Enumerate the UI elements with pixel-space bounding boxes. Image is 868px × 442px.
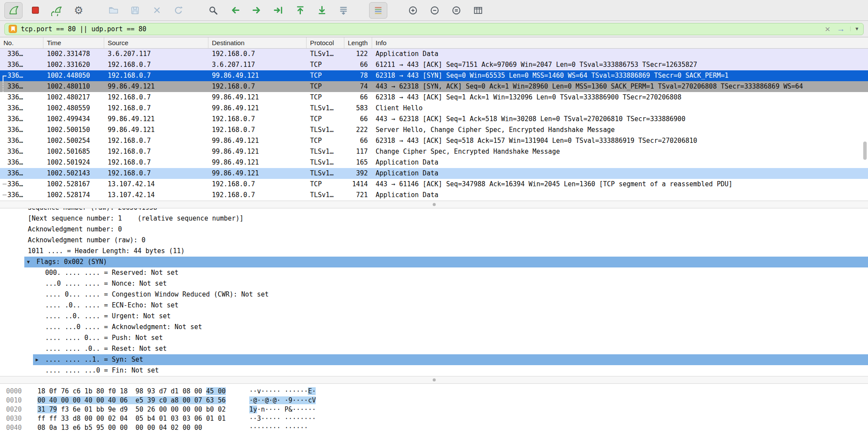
detail-line[interactable]: .... .... 0... = Push: Not set bbox=[0, 333, 868, 343]
hex-gap bbox=[22, 396, 37, 404]
go-to-last-button[interactable] bbox=[313, 2, 331, 19]
open-file-button[interactable] bbox=[104, 2, 122, 19]
packet-length-cell: 583 bbox=[344, 103, 372, 114]
packet-info-cell: 62318 → 443 [ACK] Seq=1 Ack=1 Win=132096… bbox=[372, 92, 868, 103]
packet-row[interactable]: 336…1002.49943499.86.49.121192.168.0.7TC… bbox=[0, 114, 868, 125]
filter-bookmark-icon[interactable] bbox=[9, 25, 17, 33]
column-header-length[interactable]: Length bbox=[344, 37, 372, 48]
filter-dropdown-icon[interactable]: ▼ bbox=[850, 26, 859, 31]
packet-length-cell: 66 bbox=[344, 135, 372, 146]
detail-line[interactable]: .... ...0 .... = Acknowledgment: Not set bbox=[0, 322, 868, 333]
detail-line[interactable]: ▼Flags: 0x002 (SYN) bbox=[0, 257, 868, 267]
packet-list-splitter[interactable] bbox=[0, 201, 868, 208]
hex-row[interactable]: 0010 00 40 00 00 40 00 40 06 e5 39 c0 a8… bbox=[0, 396, 868, 405]
hex-row[interactable]: 0030 ff ff 33 d8 00 00 02 04 05 b4 01 03… bbox=[0, 414, 868, 423]
zoom-original-button[interactable] bbox=[447, 2, 465, 19]
packet-row[interactable]: 336…1002.3314783.6.207.117192.168.0.7TLS… bbox=[0, 49, 868, 59]
packet-info-cell: 61211 → 443 [ACK] Seq=7151 Ack=97069 Win… bbox=[372, 59, 868, 70]
detail-line[interactable]: [Next sequence number: 1 (relative seque… bbox=[0, 213, 868, 224]
packet-row[interactable]: 336…1002.52816713.107.42.14192.168.0.7TC… bbox=[0, 179, 868, 190]
packet-no-cell: 336… bbox=[0, 179, 43, 190]
ascii-bytes: ··v····· ······ bbox=[249, 387, 308, 395]
detail-line[interactable]: .... .... .0.. = Reset: Not set bbox=[0, 343, 868, 354]
packet-no-cell: 336… bbox=[0, 59, 43, 70]
related-packet-mark-icon bbox=[3, 195, 7, 195]
capture-options-button[interactable]: ⚙ bbox=[69, 2, 88, 19]
column-header-no[interactable]: No. bbox=[0, 37, 43, 48]
related-packet-gutter bbox=[2, 92, 7, 103]
packet-row[interactable]: 336…1002.480217192.168.0.799.86.49.121TC… bbox=[0, 92, 868, 103]
related-packet-gutter bbox=[2, 103, 7, 114]
packet-destination-cell: 192.168.0.7 bbox=[208, 179, 307, 190]
packet-destination-cell: 99.86.49.121 bbox=[208, 92, 307, 103]
wireshark-window: ⚙ tcp.port == 80 || udp.port == 80 × → ▼… bbox=[0, 0, 868, 442]
packet-row[interactable]: 336…1002.52817413.107.42.14192.168.0.7TL… bbox=[0, 190, 868, 201]
detail-text: .... .... ...0 = Fin: Not set bbox=[0, 365, 159, 376]
column-header-time[interactable]: Time bbox=[43, 37, 104, 48]
details-splitter[interactable] bbox=[0, 376, 868, 384]
ascii-bytes-highlight: ·@··@·@· ·9····cV bbox=[249, 396, 316, 404]
go-back-button[interactable] bbox=[226, 2, 244, 19]
go-to-first-button[interactable] bbox=[291, 2, 309, 19]
hex-row[interactable]: 0040 08 0a 13 e6 b5 95 00 00 00 00 04 02… bbox=[0, 423, 868, 432]
packet-row[interactable]: 336…1002.50015099.86.49.121192.168.0.7TL… bbox=[0, 125, 868, 135]
stop-capture-button[interactable] bbox=[26, 2, 44, 19]
resize-columns-button[interactable] bbox=[469, 2, 487, 19]
zoom-in-button[interactable] bbox=[404, 2, 422, 19]
detail-line[interactable]: Acknowledgment number (raw): 0 bbox=[0, 235, 868, 246]
hex-row[interactable]: 0020 31 79 f3 6e 01 bb 9e d9 50 26 00 00… bbox=[0, 405, 868, 414]
packet-row[interactable]: 336…1002.331620192.168.0.73.6.207.117TCP… bbox=[0, 59, 868, 70]
detail-line[interactable]: .... .0.. .... = ECN-Echo: Not set bbox=[0, 300, 868, 311]
start-capture-button[interactable] bbox=[4, 2, 23, 19]
column-header-destination[interactable]: Destination bbox=[208, 37, 307, 48]
go-forward-button[interactable] bbox=[248, 2, 266, 19]
display-filter-field[interactable]: tcp.port == 80 || udp.port == 80 × → ▼ bbox=[4, 23, 864, 35]
detail-line[interactable]: ▶.... .... ..1. = Syn: Set bbox=[0, 354, 868, 365]
hex-gap bbox=[22, 424, 37, 432]
detail-line[interactable]: Acknowledgment number: 0 bbox=[0, 224, 868, 235]
hex-row[interactable]: 0000 18 0f 76 c6 1b 80 f0 18 98 93 d7 d1… bbox=[0, 387, 868, 396]
close-file-button[interactable] bbox=[148, 2, 166, 19]
packet-no-cell: 336… bbox=[0, 49, 43, 59]
reload-icon bbox=[173, 5, 184, 16]
packet-length-cell: 392 bbox=[344, 168, 372, 179]
detail-line[interactable]: .... .... ...0 = Fin: Not set bbox=[0, 365, 868, 376]
packet-row[interactable]: 336…1002.48011099.86.49.121192.168.0.7TC… bbox=[0, 81, 868, 92]
packet-row[interactable]: 336…1002.500254192.168.0.799.86.49.121TC… bbox=[0, 135, 868, 146]
packet-protocol-cell: TLSv1… bbox=[307, 49, 344, 59]
reload-file-button[interactable] bbox=[169, 2, 188, 19]
packet-destination-cell: 99.86.49.121 bbox=[208, 157, 307, 168]
detail-line[interactable]: Sequence number (raw): 2665041958 bbox=[0, 208, 868, 213]
go-to-packet-button[interactable] bbox=[269, 2, 287, 19]
filter-clear-icon[interactable]: × bbox=[824, 24, 832, 33]
detail-text: .... .0.. .... = ECN-Echo: Not set bbox=[0, 300, 178, 311]
restart-capture-button[interactable] bbox=[48, 2, 66, 19]
detail-line[interactable]: .... 0... .... = Congestion Window Reduc… bbox=[0, 289, 868, 300]
packet-protocol-cell: TCP bbox=[307, 135, 344, 146]
display-filter-input[interactable]: tcp.port == 80 || udp.port == 80 bbox=[21, 25, 820, 33]
packet-length-cell: 1414 bbox=[344, 179, 372, 190]
column-header-info[interactable]: Info bbox=[372, 37, 868, 48]
related-packet-gutter bbox=[2, 49, 7, 59]
packet-row[interactable]: 336…1002.448050192.168.0.799.86.49.121TC… bbox=[0, 70, 868, 81]
packet-info-cell: Server Hello, Change Cipher Spec, Encryp… bbox=[372, 125, 868, 135]
detail-line[interactable]: 1011 .... = Header Length: 44 bytes (11) bbox=[0, 246, 868, 257]
detail-line[interactable]: 000. .... .... = Reserved: Not set bbox=[0, 267, 868, 278]
colorize-button[interactable] bbox=[369, 2, 387, 19]
detail-line[interactable]: .... ..0. .... = Urgent: Not set bbox=[0, 311, 868, 322]
packet-row[interactable]: 336…1002.480559192.168.0.799.86.49.121TL… bbox=[0, 103, 868, 114]
packet-protocol-cell: TLSv1… bbox=[307, 146, 344, 157]
auto-scroll-button[interactable] bbox=[334, 2, 353, 19]
save-file-button[interactable] bbox=[126, 2, 144, 19]
packet-row[interactable]: 336…1002.501685192.168.0.799.86.49.121TL… bbox=[0, 146, 868, 157]
zoom-out-button[interactable] bbox=[426, 2, 444, 19]
detail-text: [Next sequence number: 1 (relative seque… bbox=[0, 213, 244, 224]
filter-apply-icon[interactable]: → bbox=[835, 25, 846, 33]
packet-list-scrollbar-thumb[interactable] bbox=[863, 142, 867, 160]
detail-line[interactable]: ...0 .... .... = Nonce: Not set bbox=[0, 278, 868, 289]
column-header-source[interactable]: Source bbox=[104, 37, 208, 48]
column-header-protocol[interactable]: Protocol bbox=[307, 37, 344, 48]
packet-row[interactable]: 336…1002.502143192.168.0.799.86.49.121TL… bbox=[0, 168, 868, 179]
find-packet-button[interactable] bbox=[204, 2, 222, 19]
packet-row[interactable]: 336…1002.501924192.168.0.799.86.49.121TL… bbox=[0, 157, 868, 168]
